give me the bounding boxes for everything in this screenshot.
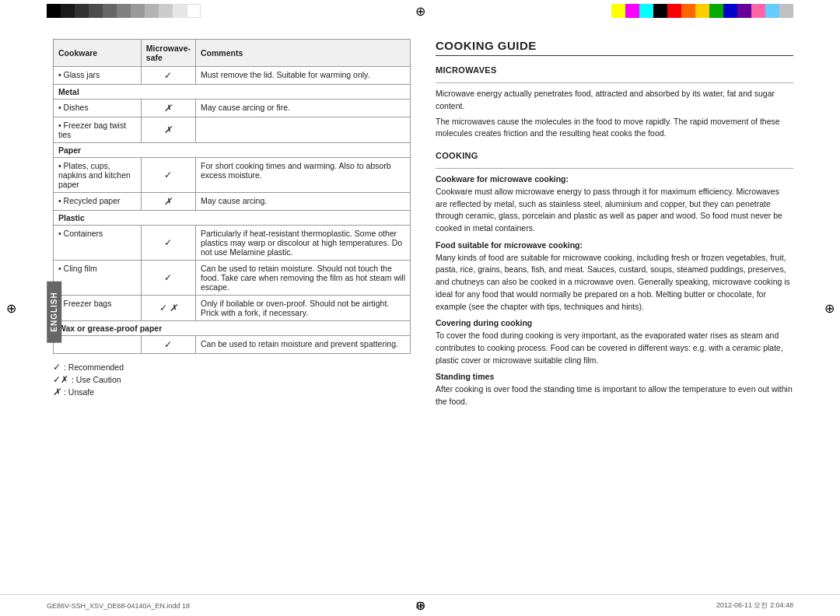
reg-mark-top: ⊕ <box>412 3 428 19</box>
legend-check-symbol: ✓ <box>53 362 61 373</box>
table-row: • Containers ✓ Particularly if heat-resi… <box>54 226 411 261</box>
table-row: • Recycled paper ✗ May cause arcing. <box>54 193 411 211</box>
cookware-cell: • Dishes <box>54 100 142 117</box>
cookware-cell <box>54 336 142 354</box>
cookware-subtitle: Cookware for microwave cooking: <box>436 174 569 184</box>
food-text: Many kinds of food are suitable for micr… <box>436 253 790 311</box>
col-header-safe: Microwave-safe <box>141 40 195 67</box>
comment-cell: For short cooking times and warming. Als… <box>195 158 410 193</box>
comment-cell: Can be used to retain moisture and preve… <box>195 336 410 354</box>
covering-subsection: Covering during cooking To cover the foo… <box>436 317 793 366</box>
safe-cell: ✗ <box>141 100 195 117</box>
main-title: COOKING GUIDE <box>436 39 793 56</box>
english-tab: ENGLISH <box>47 281 61 342</box>
safe-cell: ✗ <box>141 193 195 211</box>
covering-text: To cover the food during cooking is very… <box>436 331 783 365</box>
cookware-cell: • Glass jars <box>54 67 142 85</box>
safe-cell: ✓ <box>141 336 195 354</box>
safe-cell: ✓ <box>141 226 195 261</box>
col-header-cookware: Cookware <box>54 40 142 67</box>
section-header-paper: Paper <box>54 143 411 158</box>
legend: ✓ : Recommended ✓✗ : Use Caution ✗ : Uns… <box>53 362 404 397</box>
footer-left: GE86V-SSH_XSV_DE68-04140A_EN.indd 18 <box>47 602 190 610</box>
cooking-title: COOKING <box>436 151 793 160</box>
col-header-comments: Comments <box>195 40 410 67</box>
footer: GE86V-SSH_XSV_DE68-04140A_EN.indd 18 201… <box>0 594 840 616</box>
reg-mark-right: ⊕ <box>821 300 837 316</box>
cookware-cell: • Freezer bags <box>54 296 142 321</box>
comment-cell <box>195 117 410 143</box>
table-row: • Freezer bag twist ties ✗ <box>54 117 411 143</box>
food-subtitle: Food suitable for microwave cooking: <box>436 240 583 250</box>
legend-item-caution: ✓✗ : Use Caution <box>53 374 404 385</box>
table-row: • Glass jars ✓ Must remove the lid. Suit… <box>54 67 411 85</box>
comment-cell: Can be used to retain moisture. Should n… <box>195 261 410 296</box>
table-row: • Dishes ✗ May cause arcing or fire. <box>54 100 411 117</box>
section-header-wax: Wax or grease-proof paper <box>54 321 411 336</box>
microwaves-divider <box>436 82 793 83</box>
legend-item-unsafe: ✗ : Unsafe <box>53 387 404 397</box>
legend-recommended-label: : Recommended <box>64 362 124 372</box>
cookware-subsection: Cookware for microwave cooking: Cookware… <box>436 173 793 235</box>
cookware-cell: • Freezer bag twist ties <box>54 117 142 143</box>
comment-cell: Must remove the lid. Suitable for warmin… <box>195 67 410 85</box>
comment-cell: May cause arcing. <box>195 193 410 211</box>
reg-mark-left: ⊕ <box>3 300 19 316</box>
safe-cell: ✓ <box>141 67 195 85</box>
microwaves-para-2: The microwaves cause the molecules in th… <box>436 116 793 141</box>
legend-item-recommended: ✓ : Recommended <box>53 362 404 373</box>
legend-unsafe-symbol: ✗ <box>53 387 61 397</box>
microwaves-title: MICROWAVES <box>436 65 793 75</box>
cookware-cell: • Plates, cups, napkins and kitchen pape… <box>54 158 142 193</box>
legend-caution-symbol: ✓✗ <box>53 374 68 385</box>
main-content: ENGLISH Cookware Microwave-safe Comments… <box>47 39 793 585</box>
safe-cell: ✓ ✗ <box>141 296 195 321</box>
cookware-cell: • Containers <box>54 226 142 261</box>
table-row: ✓ Can be used to retain moisture and pre… <box>54 336 411 354</box>
bw-swatches <box>47 4 201 18</box>
section-header-metal: Metal <box>54 85 411 100</box>
safe-cell: ✓ <box>141 158 195 193</box>
cookware-cell: • Recycled paper <box>54 193 142 211</box>
standing-subsection: Standing times After cooking is over foo… <box>436 371 793 408</box>
food-subsection: Food suitable for microwave cooking: Man… <box>436 240 793 313</box>
comment-cell: Only if boilable or oven-proof. Should n… <box>195 296 410 321</box>
covering-subtitle: Covering during cooking <box>436 318 532 327</box>
table-row: • Plates, cups, napkins and kitchen pape… <box>54 158 411 193</box>
footer-right: 2012-06-11 오전 2:04:48 <box>716 600 793 611</box>
legend-caution-label: : Use Caution <box>72 375 121 384</box>
legend-unsafe-label: : Unsafe <box>64 387 94 397</box>
cookware-table: Cookware Microwave-safe Comments • Glass… <box>53 39 411 354</box>
table-row: • Freezer bags ✓ ✗ Only if boilable or o… <box>54 296 411 321</box>
standing-subtitle: Standing times <box>436 372 494 381</box>
left-panel: ENGLISH Cookware Microwave-safe Comments… <box>47 39 404 585</box>
safe-cell: ✓ <box>141 261 195 296</box>
section-header-plastic: Plastic <box>54 211 411 226</box>
comment-cell: May cause arcing or fire. <box>195 100 410 117</box>
cookware-cell: • Cling film <box>54 261 142 296</box>
cmyk-swatches <box>611 4 793 18</box>
comment-cell: Particularly if heat-resistant thermopla… <box>195 226 410 261</box>
cookware-text: Cookware must allow microwave energy to … <box>436 187 782 233</box>
standing-text: After cooking is over food the standing … <box>436 384 793 406</box>
safe-cell: ✗ <box>141 117 195 143</box>
microwaves-para-1: Microwave energy actually penetrates foo… <box>436 88 793 113</box>
cooking-divider <box>436 168 793 169</box>
table-row: • Cling film ✓ Can be used to retain moi… <box>54 261 411 296</box>
right-panel: COOKING GUIDE MICROWAVES Microwave energ… <box>420 39 793 585</box>
